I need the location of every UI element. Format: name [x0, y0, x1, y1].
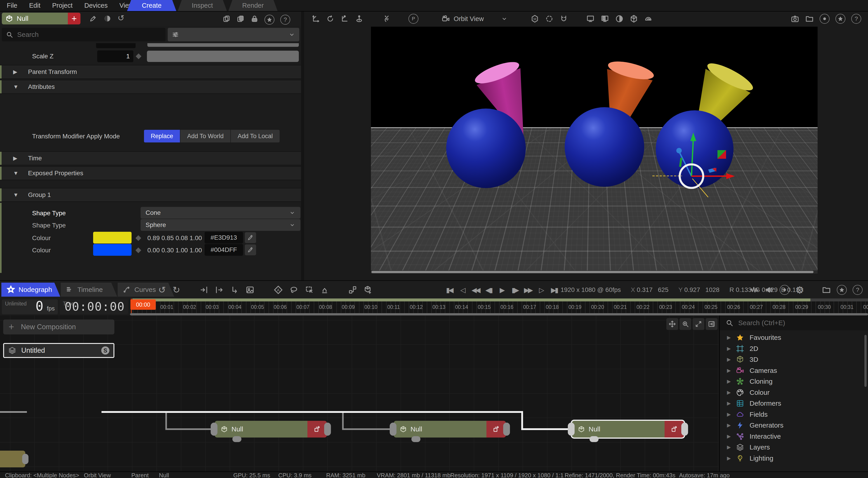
pivot-center-icon[interactable]: P — [408, 14, 418, 24]
library-category-lighting[interactable]: ▶Lighting — [720, 453, 868, 464]
expand-caret-icon[interactable]: ▶ — [727, 400, 732, 406]
waveform-icon[interactable] — [750, 286, 759, 294]
expand-caret-icon[interactable]: ▶ — [727, 379, 732, 384]
library-category-generators[interactable]: ▶Generators — [720, 420, 868, 431]
pin-icon[interactable] — [837, 285, 847, 295]
scale-z-slider[interactable] — [147, 51, 299, 62]
image-icon[interactable] — [246, 286, 254, 294]
undo-icon[interactable]: ↺ — [158, 285, 166, 295]
help-icon[interactable]: ? — [280, 15, 290, 25]
colour-hex-field[interactable]: #004DFF — [205, 244, 243, 256]
apply-mode-add-to-world[interactable]: Add To World — [180, 129, 230, 143]
rewind-button[interactable]: ◀◀ — [470, 286, 480, 294]
tab-render[interactable]: Render — [228, 0, 278, 11]
work-area-bar[interactable] — [132, 298, 810, 301]
apply-mode-add-to-local[interactable]: Add To Local — [230, 129, 280, 143]
folder-icon[interactable] — [822, 286, 831, 294]
keyframe-diamond-icon[interactable] — [135, 235, 141, 241]
help-icon[interactable]: ? — [851, 14, 861, 24]
library-category-cameras[interactable]: ▶Cameras — [720, 365, 868, 376]
collapse-panel-button[interactable] — [706, 318, 717, 330]
pivot-tool-icon[interactable] — [355, 15, 363, 23]
expand-caret-icon[interactable]: ▶ — [727, 434, 732, 439]
node-output-port[interactable] — [681, 423, 688, 436]
tab-create[interactable]: Create — [127, 0, 176, 11]
keyframe-diamond-icon[interactable] — [135, 247, 141, 253]
composition-item[interactable]: Untitled S — [3, 343, 114, 358]
display-mode-2-icon[interactable] — [601, 15, 609, 23]
section-exposed-properties[interactable]: ▼ Exposed Properties — [0, 166, 301, 180]
library-category-fields[interactable]: ▶Fields — [720, 409, 868, 420]
node-bottom-port[interactable] — [232, 436, 241, 442]
node-body[interactable]: Null — [394, 421, 487, 438]
import-in-icon[interactable] — [199, 286, 208, 294]
solo-badge[interactable]: S — [101, 347, 110, 355]
eyedropper-button[interactable] — [245, 232, 256, 243]
move-tool-icon[interactable] — [312, 15, 320, 23]
expand-caret-icon[interactable]: ▶ — [727, 346, 732, 352]
library-category-interactive[interactable]: ▶Interactive — [720, 431, 868, 442]
render-queue-icon[interactable] — [320, 286, 329, 294]
expand-caret-icon[interactable]: ▶ — [727, 335, 732, 340]
clipped-node-fragment[interactable] — [0, 451, 25, 467]
null-node[interactable]: Null — [215, 421, 327, 438]
section-parent-transform[interactable]: ▶ Parent Transform — [0, 65, 301, 79]
fill-toggle-icon[interactable] — [103, 15, 111, 22]
timeline-scrollbar[interactable] — [130, 313, 868, 316]
edit-icon[interactable] — [89, 15, 97, 22]
node-body[interactable]: Null — [215, 421, 307, 438]
expand-caret-icon[interactable]: ▶ — [727, 390, 732, 395]
scale-z-value[interactable]: 1 — [97, 51, 133, 62]
node-input-port[interactable] — [390, 423, 397, 436]
expand-caret-icon[interactable]: ▶ — [727, 357, 732, 362]
attribute-filter-dropdown[interactable] — [168, 28, 299, 41]
lock-icon[interactable] — [250, 15, 258, 23]
library-scrollbar[interactable] — [864, 335, 867, 387]
node-output-port[interactable] — [324, 423, 331, 436]
speaker-icon[interactable] — [765, 286, 774, 294]
export-out-icon[interactable] — [215, 286, 223, 294]
node-output-port[interactable] — [503, 423, 510, 436]
library-category-2d[interactable]: ▶2D — [720, 343, 868, 354]
wireframe-cube-icon[interactable] — [630, 15, 638, 23]
play-reverse-button[interactable]: ◁ — [457, 286, 467, 294]
expand-caret-icon[interactable]: ▶ — [727, 422, 732, 428]
help-icon[interactable]: ? — [852, 285, 863, 295]
pin-icon[interactable] — [265, 15, 274, 25]
paste-icon[interactable] — [237, 15, 245, 23]
null-node-selected[interactable]: Null — [572, 421, 684, 438]
redo-icon[interactable]: ↻ — [173, 285, 180, 295]
record-icon[interactable] — [780, 285, 789, 295]
folder-icon[interactable] — [805, 14, 814, 23]
expand-caret-icon[interactable]: ▶ — [727, 412, 732, 417]
library-search-input[interactable]: Search (Ctrl+E) — [720, 316, 868, 330]
section-time[interactable]: ▶ Time — [0, 151, 301, 165]
play-button[interactable]: ▶ — [497, 286, 506, 294]
node-bottom-port[interactable] — [590, 436, 598, 442]
tab-nodegraph[interactable]: Nodegraph — [1, 282, 60, 297]
link-nodes-icon[interactable] — [348, 286, 357, 294]
tab-timeline[interactable]: Timeline — [61, 282, 117, 297]
selected-layer-chip[interactable]: Null — [2, 13, 68, 24]
transform-gizmo[interactable] — [638, 122, 744, 217]
colour-swatch[interactable] — [93, 232, 131, 243]
scene-sphere-left[interactable] — [446, 109, 526, 188]
jump-end-button[interactable]: ▶▮ — [549, 286, 559, 294]
rotate-tool-icon[interactable] — [326, 15, 334, 23]
reset-icon[interactable]: ↺ — [118, 13, 124, 23]
nodegraph-canvas[interactable]: + New Composition Untitled S NullNullNul… — [0, 316, 719, 472]
section-group-1[interactable]: ▼ Group 1 — [0, 188, 301, 202]
section-attributes[interactable]: ▼ Attributes — [0, 80, 301, 94]
expand-caret-icon[interactable]: ▶ — [727, 455, 732, 461]
attribute-scroll-area[interactable]: Scale Z 1 ▶ Parent Transform ▼ Attribute… — [0, 43, 301, 280]
attribute-search-input[interactable]: Search — [2, 28, 165, 41]
shape-type-select[interactable]: Cone — [141, 207, 301, 219]
fast-forward-button[interactable]: ▶▶ — [523, 286, 533, 294]
add-attribute-button[interactable]: + — [68, 13, 81, 24]
fit-view-button[interactable] — [692, 318, 704, 330]
menu-item-file[interactable]: File — [7, 2, 18, 9]
library-category-3d[interactable]: ▶3D — [720, 354, 868, 365]
jump-start-button[interactable]: ▮◀ — [444, 286, 454, 294]
snap-icon[interactable] — [560, 15, 568, 23]
view-mode-dropdown[interactable]: Orbit View — [441, 14, 508, 23]
